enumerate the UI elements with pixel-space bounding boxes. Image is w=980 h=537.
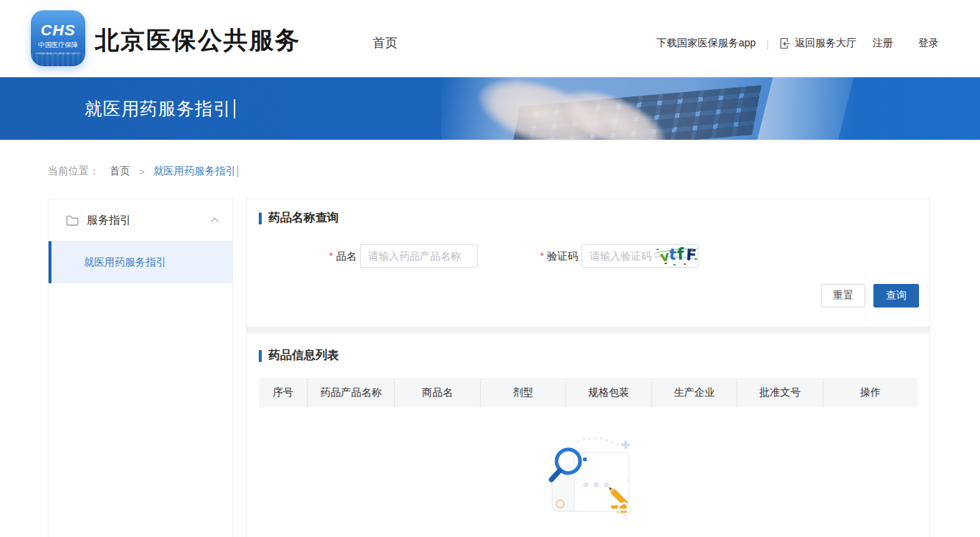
register-link[interactable]: 注册	[873, 37, 893, 50]
captcha-noise-dot	[695, 258, 697, 260]
banner-laptop-shape	[754, 77, 855, 140]
header-divider: |	[766, 38, 769, 50]
return-hall-label: 返回服务大厅	[795, 37, 856, 50]
no-data-icon	[540, 433, 636, 522]
column-header: 批准文号	[737, 378, 823, 408]
page-header: CHS 中国医疗保障 CHINA HEALTHCARE SECURITY 北京医…	[0, 0, 980, 77]
captcha-field-label: *验证码	[457, 245, 578, 267]
captcha-noise-dot	[673, 264, 676, 266]
column-header: 药品产品名称	[308, 378, 395, 408]
captcha-noise-dot	[691, 249, 693, 251]
breadcrumb-prefix: 当前位置：	[48, 165, 99, 178]
sidebar-item-medication-guide[interactable]: 就医用药服务指引	[49, 241, 232, 283]
chevron-up-icon	[210, 217, 219, 223]
sidebar-group-service-guide[interactable]: 服务指引	[49, 199, 232, 241]
breadcrumb-current: 就医用药服务指引	[154, 165, 236, 178]
return-hall-link[interactable]: 返回服务大厅	[779, 37, 856, 50]
captcha-char: t	[668, 246, 677, 264]
breadcrumb-separator: >	[139, 166, 145, 177]
nav-home-link[interactable]: 首页	[373, 35, 398, 51]
column-header: 规格包装	[566, 378, 652, 408]
main-panel: 药品名称查询 *品名 *验证码 v t f F 重置 查询 药	[246, 199, 930, 537]
query-section-title: 药品名称查询	[259, 210, 339, 226]
sidebar: 服务指引 就医用药服务指引	[48, 199, 233, 537]
empty-state-illustration	[540, 433, 636, 522]
text-cursor	[237, 166, 238, 177]
logo-acronym: CHS	[40, 22, 75, 38]
table-header-row: 序号 药品产品名称 商品名 剂型 规格包装 生产企业 批准文号 操作	[259, 378, 918, 408]
captcha-input[interactable]	[582, 245, 654, 267]
section-accent-bar	[259, 213, 262, 224]
name-field-label: *品名	[247, 245, 357, 267]
column-header: 生产企业	[652, 378, 737, 408]
captcha-noise-dot	[657, 249, 659, 250]
logo-subtitle: 中国医疗保障	[38, 40, 78, 50]
breadcrumb-home-link[interactable]: 首页	[110, 165, 130, 178]
header-links: 下载国家医保服务app | 返回服务大厅 注册 登录	[657, 37, 939, 50]
text-cursor	[234, 99, 235, 118]
reset-button[interactable]: 重置	[821, 284, 865, 307]
required-asterisk: *	[329, 250, 333, 262]
download-app-link[interactable]: 下载国家医保服务app	[657, 37, 756, 50]
captcha-noise-dot	[660, 255, 662, 257]
page-banner: 就医用药服务指引	[0, 77, 980, 140]
column-header: 序号	[259, 378, 308, 408]
site-title: 北京医保公共服务	[95, 24, 301, 57]
captcha-noise-dot	[665, 263, 667, 264]
login-link[interactable]: 登录	[918, 37, 939, 50]
logo-subtitle-en: CHINA HEALTHCARE SECURITY	[35, 51, 80, 55]
captcha-noise-dot	[684, 263, 686, 265]
captcha-input-box: v t f F	[582, 244, 698, 268]
captcha-image[interactable]: v t f F	[654, 245, 698, 267]
banner-title: 就医用药服务指引	[85, 97, 232, 121]
column-header: 剂型	[481, 378, 566, 408]
sidebar-group-label: 服务指引	[87, 213, 131, 227]
required-asterisk: *	[540, 250, 544, 262]
chs-logo: CHS 中国医疗保障 CHINA HEALTHCARE SECURITY	[31, 10, 85, 66]
query-button[interactable]: 查询	[873, 284, 919, 307]
breadcrumb: 当前位置： 首页 > 就医用药服务指引	[48, 165, 238, 178]
list-section-title: 药品信息列表	[259, 348, 339, 363]
column-header: 操作	[823, 378, 918, 408]
folder-icon	[66, 215, 79, 226]
column-header: 商品名	[395, 378, 481, 408]
captcha-char: f	[676, 245, 684, 263]
section-accent-bar	[259, 350, 262, 362]
sidebar-item-label: 就医用药服务指引	[84, 256, 166, 269]
section-divider	[247, 327, 929, 333]
exit-hall-icon	[779, 38, 791, 49]
drug-info-table: 序号 药品产品名称 商品名 剂型 规格包装 生产企业 批准文号 操作	[259, 378, 918, 408]
